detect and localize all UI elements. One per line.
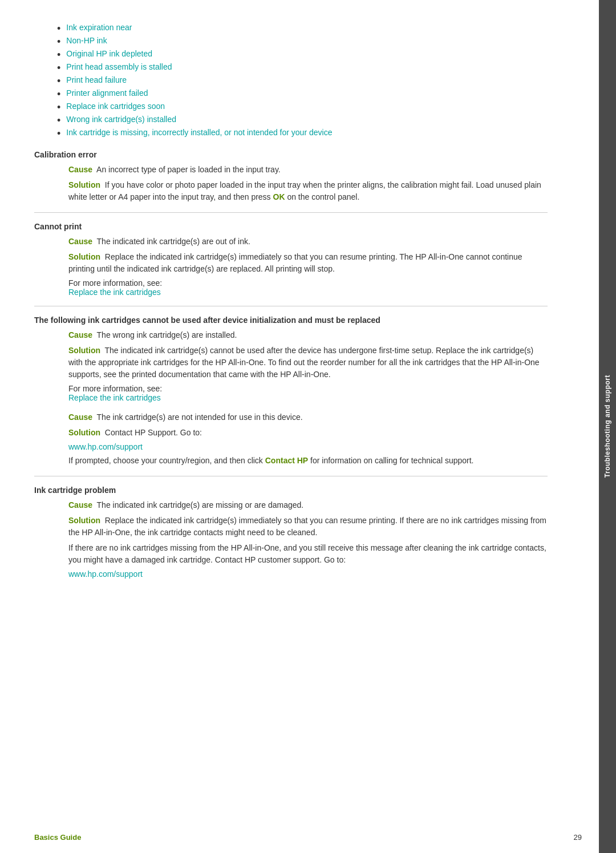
list-item: • Wrong ink cartridge(s) installed (57, 115, 548, 126)
list-item: • Ink cartridge is missing, incorrectly … (57, 128, 548, 139)
list-item: • Original HP ink depleted (57, 49, 548, 60)
footer-basics-label: Basics Guide (34, 833, 81, 842)
bullet-dot: • (57, 50, 60, 60)
cannot-print-solution: Solution Replace the indicated ink cartr… (68, 251, 548, 275)
list-item: • Print head assembly is stalled (57, 62, 548, 73)
cannot-print-cause: Cause The indicated ink cartridge(s) are… (68, 236, 548, 248)
non-hp-ink-link[interactable]: Non-HP ink (66, 36, 107, 45)
solution-label-3: Solution (68, 346, 100, 355)
ok-label: OK (273, 192, 285, 201)
list-item: • Replace ink cartridges soon (57, 102, 548, 112)
calibration-cause: Cause An incorrect type of paper is load… (34, 164, 548, 203)
following-cause2: Cause The ink cartridge(s) are not inten… (68, 411, 548, 423)
list-item: • Ink expiration near (57, 23, 548, 34)
calibration-cause-text: Cause An incorrect type of paper is load… (68, 164, 548, 176)
replace-ink-cartridges-soon-link[interactable]: Replace ink cartridges soon (66, 102, 165, 111)
calibration-error-section: Calibration error Cause An incorrect typ… (34, 150, 548, 203)
following-cause: Cause The wrong ink cartridge(s) are ins… (68, 329, 548, 341)
prompted-prefix: If prompted, choose your country/region,… (68, 456, 263, 465)
solution-label-4: Solution (68, 428, 100, 437)
cause-label-3: Cause (68, 330, 92, 339)
following-solution-body: The indicated ink cartridge(s) cannot be… (68, 346, 540, 379)
ink-expiration-link[interactable]: Ink expiration near (66, 23, 132, 32)
following-cartridges-content: Cause The wrong ink cartridge(s) are ins… (34, 329, 548, 467)
bullet-list: • Ink expiration near • Non-HP ink • Ori… (57, 23, 548, 139)
ink-cartridge-cause: Cause The indicated ink cartridge(s) are… (68, 499, 548, 511)
following-solution2-body: Contact HP Support. Go to: (105, 428, 202, 437)
cannot-print-section: Cannot print Cause The indicated ink car… (34, 222, 548, 297)
print-head-assembly-link[interactable]: Print head assembly is stalled (66, 62, 172, 71)
footer-page-number: 29 (574, 833, 582, 842)
replace-ink-cartridges-link-1[interactable]: Replace the ink cartridges (68, 288, 161, 297)
cannot-print-cause-body: The indicated ink cartridge(s) are out o… (97, 237, 250, 246)
following-solution: Solution The indicated ink cartridge(s) … (68, 345, 548, 381)
solution-label-2: Solution (68, 252, 100, 261)
calibration-solution-suffix: on the control panel. (287, 192, 359, 201)
cause-label-2: Cause (68, 237, 92, 246)
footer: Basics Guide 29 (34, 833, 582, 842)
main-content: • Ink expiration near • Non-HP ink • Ori… (0, 0, 582, 853)
prompted-text: If prompted, choose your country/region,… (68, 455, 548, 467)
cause-label-5: Cause (68, 500, 92, 510)
sidebar-tab-label: Troubleshooting and support (603, 375, 611, 478)
original-hp-ink-link[interactable]: Original HP ink depleted (66, 49, 152, 58)
cannot-print-for-more: For more information, see: (68, 278, 548, 288)
list-item: • Print head failure (57, 75, 548, 86)
solution-label: Solution (68, 180, 100, 189)
divider-3 (34, 476, 548, 476)
bullet-dot: • (57, 128, 60, 139)
solution-label-5: Solution (68, 516, 100, 525)
ink-cartridge-cause-body: The indicated ink cartridge(s) are missi… (97, 500, 304, 510)
prompted-suffix: for information on calling for technical… (310, 456, 473, 465)
wrong-ink-cartridge-link[interactable]: Wrong ink cartridge(s) installed (66, 115, 176, 124)
bullet-dot: • (57, 115, 60, 126)
following-cause-body: The wrong ink cartridge(s) are installed… (97, 330, 237, 339)
support-url-link-1[interactable]: www.hp.com/support (68, 442, 143, 451)
bullet-dot: • (57, 37, 60, 47)
following-cause2-body: The ink cartridge(s) are not intended fo… (97, 413, 303, 422)
following-solution2: Solution Contact HP Support. Go to: (68, 427, 548, 439)
bullet-dot: • (57, 102, 60, 112)
ink-cartridge-content: Cause The indicated ink cartridge(s) are… (34, 499, 548, 579)
cannot-print-content: Cause The indicated ink cartridge(s) are… (34, 236, 548, 297)
print-head-failure-link[interactable]: Print head failure (66, 75, 127, 84)
bullet-dot: • (57, 76, 60, 86)
cause-label: Cause (68, 165, 92, 174)
cannot-print-heading: Cannot print (34, 222, 548, 231)
ink-cartridge-solution-body: Replace the indicated ink cartridge(s) i… (68, 516, 546, 537)
calibration-cause-body: An incorrect type of paper is loaded in … (96, 165, 281, 174)
printer-alignment-link[interactable]: Printer alignment failed (66, 88, 148, 98)
bullet-dot: • (57, 63, 60, 73)
cannot-print-solution-body: Replace the indicated ink cartridge(s) i… (68, 252, 522, 273)
list-item: • Non-HP ink (57, 36, 548, 47)
following-cartridges-heading: The following ink cartridges cannot be u… (34, 316, 548, 325)
divider-1 (34, 212, 548, 213)
bullet-dot: • (57, 89, 60, 99)
divider-2 (34, 306, 548, 306)
calibration-error-heading: Calibration error (34, 150, 548, 159)
sidebar-tab: Troubleshooting and support (599, 0, 616, 853)
page-container: • Ink expiration near • Non-HP ink • Ori… (0, 0, 616, 853)
calibration-solution-text: Solution If you have color or photo pape… (68, 179, 548, 203)
ink-cartridge-problem-heading: Ink cartridge problem (34, 486, 548, 495)
replace-ink-cartridges-link-2[interactable]: Replace the ink cartridges (68, 393, 161, 402)
ink-cartridge-missing-link[interactable]: Ink cartridge is missing, incorrectly in… (66, 128, 332, 137)
ink-cartridge-solution: Solution Replace the indicated ink cartr… (68, 515, 548, 539)
cause-label-4: Cause (68, 413, 92, 422)
support-url-link-2[interactable]: www.hp.com/support (68, 569, 143, 579)
following-cartridges-section: The following ink cartridges cannot be u… (34, 316, 548, 467)
contact-hp-link[interactable]: Contact HP (265, 456, 308, 465)
ink-cartridge-problem-section: Ink cartridge problem Cause The indicate… (34, 486, 548, 579)
bullet-dot: • (57, 23, 60, 34)
following-for-more: For more information, see: (68, 384, 548, 393)
ink-cartridge-second-para: If there are no ink cartridges missing f… (68, 542, 548, 566)
list-item: • Printer alignment failed (57, 88, 548, 99)
